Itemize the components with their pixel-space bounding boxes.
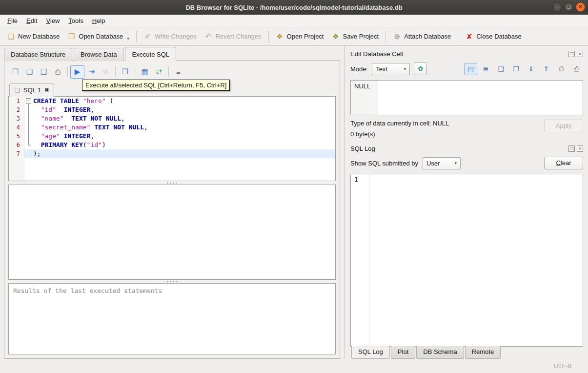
editor-line[interactable]: 6 PRIMARY KEY("id")	[9, 141, 335, 149]
execute-all-button[interactable]: ▶	[70, 65, 84, 79]
print-cell-button[interactable]: ⎙	[570, 63, 583, 75]
execute-line-button[interactable]: ⇥	[84, 65, 99, 79]
editor-line[interactable]: 3 "name" TEXT NOT NULL,	[9, 114, 335, 123]
save-sql-file-button[interactable]: ❏	[22, 65, 37, 79]
line-number: 5	[9, 132, 24, 141]
open-database-dropdown-icon[interactable]: ▾	[127, 36, 129, 41]
new-database-button[interactable]: ❏New Database	[3, 30, 63, 43]
import-cell-button[interactable]: ⇓	[525, 63, 538, 75]
write-changes-button: ✐Write Changes	[140, 30, 201, 43]
save-results-button[interactable]: ❒	[118, 65, 132, 79]
title-bar[interactable]: DB Browser for SQLite - /home/user/code/…	[0, 0, 588, 15]
cell-info-row: Type of data currently in cell: NULL 0 b…	[350, 120, 583, 138]
fold-guide	[24, 141, 33, 149]
clear-log-button[interactable]: Clear	[544, 157, 583, 169]
save-project-button[interactable]: ❖Save Project	[327, 30, 383, 43]
splitter-handle[interactable]	[8, 280, 336, 283]
text-view-button[interactable]: ▤	[464, 63, 477, 75]
edit-cell-header: Edit Database Cell ❐ ✕	[350, 49, 583, 59]
wrap-lines-icon: ≣	[483, 65, 489, 73]
tab-database-structure[interactable]: Database Structure	[4, 48, 72, 61]
toolbar-separator	[67, 67, 68, 77]
cell-content: NULL	[354, 83, 370, 90]
save-sql-as-button[interactable]: ❑	[37, 65, 51, 79]
find-replace-icon: ⇄	[156, 67, 162, 76]
print-cell-icon: ⎙	[574, 65, 579, 73]
menu-bar: FileEditViewToolsHelp	[0, 15, 588, 27]
cell-editor[interactable]: NULL	[350, 80, 583, 115]
collapse-icon[interactable]: −	[26, 98, 31, 104]
fold-toggle[interactable]: −	[24, 97, 33, 105]
editor-line[interactable]: 2 "id" INTEGER,	[9, 105, 335, 114]
tab-browse-data[interactable]: Browse Data	[74, 48, 123, 61]
line-number: 2	[9, 105, 24, 114]
tab-db-schema[interactable]: DB Schema	[416, 346, 464, 359]
open-project-button[interactable]: ❖Open Project	[272, 30, 328, 43]
log-filter-label: Show SQL submitted by	[350, 160, 418, 167]
fold-guide	[24, 105, 33, 114]
execute-all-icon: ▶	[75, 67, 81, 76]
save-project-icon: ❖	[331, 32, 340, 41]
log-filter-value: User	[426, 160, 440, 167]
code-text: CREATE TABLE "hero" (	[33, 97, 113, 105]
menu-edit[interactable]: Edit	[22, 15, 41, 27]
tab-plot[interactable]: Plot	[391, 346, 415, 359]
sql-document-tab[interactable]: ❏SQL 1✖	[9, 83, 54, 97]
paste-cell-button[interactable]: ❐	[509, 63, 523, 75]
open-database-button[interactable]: ❐Open Database▾	[63, 30, 133, 43]
toolbar-separator	[458, 31, 458, 42]
find-replace-button[interactable]: ⇄	[152, 65, 166, 79]
toolbar-separator	[135, 67, 135, 77]
mode-select[interactable]: Text ▾	[372, 63, 410, 75]
menu-view[interactable]: View	[41, 15, 64, 27]
edit-cell-title: Edit Database Cell	[350, 50, 567, 58]
export-button[interactable]: ▦	[138, 65, 152, 79]
splitter-handle[interactable]	[8, 181, 336, 185]
mode-settings-button[interactable]: ✿	[414, 62, 427, 75]
main-toolbar: ❏New Database❐Open Database▾✐Write Chang…	[0, 27, 588, 46]
chevron-down-icon: ▾	[454, 161, 457, 166]
close-button[interactable]: ✕	[576, 2, 585, 12]
toolbar-button-label: New Database	[18, 33, 60, 40]
editor-line[interactable]: 4 "secret_name" TEXT NOT NULL,	[9, 123, 335, 132]
menu-help[interactable]: Help	[88, 15, 110, 27]
close-tab-icon[interactable]: ✖	[44, 87, 49, 93]
copy-cell-button[interactable]: ❏	[494, 63, 507, 75]
float-panel-icon[interactable]: ❐	[568, 145, 575, 152]
minimize-button[interactable]: –	[552, 2, 562, 12]
sql-tab-label: SQL 1	[23, 86, 41, 94]
export-cell-button[interactable]: ⇑	[540, 63, 553, 75]
menu-tools[interactable]: Tools	[64, 15, 87, 27]
toolbar-button-label: Save Project	[343, 33, 379, 40]
log-filter-select[interactable]: User ▾	[423, 157, 461, 169]
float-panel-icon[interactable]: ❐	[568, 51, 575, 57]
sql-log-area[interactable]: 1	[350, 174, 583, 347]
close-panel-icon[interactable]: ✕	[577, 145, 583, 152]
close-database-button[interactable]: ✘Close Database	[461, 30, 526, 43]
open-sql-file-button[interactable]: ❐	[8, 65, 22, 79]
sql-log-header: SQL Log ❐ ✕	[350, 144, 583, 153]
editor-line[interactable]: 1−CREATE TABLE "hero" (	[9, 97, 335, 105]
wrap-lines-button[interactable]: ≣	[479, 63, 492, 75]
toolbar-button-label: Open Database	[79, 33, 123, 40]
tab-remote[interactable]: Remote	[465, 346, 501, 359]
tab-execute-sql[interactable]: Execute SQL	[125, 47, 176, 61]
toolbar-button-label: Close Database	[476, 33, 522, 40]
format-sql-button[interactable]: ≡	[171, 65, 185, 79]
editor-line[interactable]: 5 "age" INTEGER,	[9, 132, 335, 141]
result-grid[interactable]	[8, 185, 336, 280]
close-panel-icon[interactable]: ✕	[577, 51, 583, 57]
tab-sql-log[interactable]: SQL Log	[351, 346, 390, 359]
print-button[interactable]: ⎙	[51, 65, 65, 79]
set-null-button[interactable]: ∅	[555, 63, 568, 75]
attach-database-button[interactable]: ⊕Attach Database	[389, 30, 455, 43]
maximize-button[interactable]: ▢	[564, 2, 573, 12]
format-sql-icon: ≡	[176, 68, 181, 76]
sql-editor[interactable]: 1−CREATE TABLE "hero" (2 "id" INTEGER,3 …	[8, 96, 336, 181]
print-icon: ⎙	[55, 67, 61, 76]
menu-file[interactable]: File	[3, 15, 22, 27]
code-text: );	[33, 149, 41, 158]
toolbar-separator	[385, 31, 386, 42]
editor-line[interactable]: 7);	[9, 149, 335, 158]
apply-button[interactable]: Apply	[544, 120, 583, 132]
